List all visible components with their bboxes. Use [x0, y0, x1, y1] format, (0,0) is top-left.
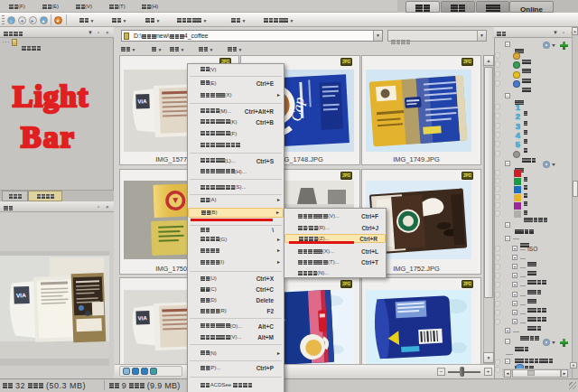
svg-text:VIA: VIA [16, 292, 26, 298]
svg-text:VIA: VIA [137, 98, 147, 104]
svg-text:VIA: VIA [138, 315, 148, 321]
